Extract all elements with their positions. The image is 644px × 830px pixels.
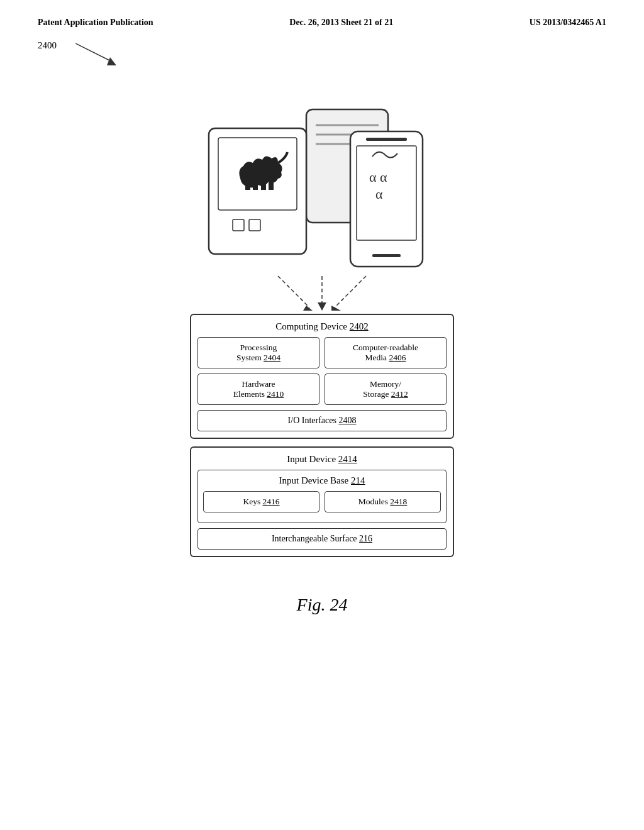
bottom-inner-row: Hardware Elements 2410 Memory/ Storage 2…: [197, 374, 447, 405]
input-device-base-title: Input Device Base 214: [203, 475, 441, 486]
keys-box: Keys 2416: [203, 491, 319, 512]
modules-number: 2418: [390, 497, 407, 506]
header-center: Dec. 26, 2013 Sheet 21 of 21: [289, 18, 393, 28]
computing-device-number: 2402: [350, 321, 369, 331]
svg-line-24: [335, 276, 366, 307]
top-inner-row: Processing System 2404 Computer-readable…: [197, 337, 447, 368]
svg-rect-16: [357, 146, 416, 240]
computer-readable-label: Computer-readable Media: [353, 343, 418, 362]
svg-rect-9: [253, 180, 258, 190]
patent-header: Patent Application Publication Dec. 26, …: [0, 0, 644, 34]
svg-rect-19: [372, 254, 401, 257]
svg-rect-11: [269, 177, 274, 190]
input-device-box: Input Device 2414 Input Device Base 214 …: [190, 446, 454, 557]
left-tablet-icon: [209, 128, 306, 254]
io-interfaces-number: 2408: [338, 416, 356, 425]
svg-line-20: [278, 276, 309, 307]
svg-text:α: α: [375, 186, 383, 202]
svg-rect-13: [249, 219, 260, 231]
input-device-number: 2414: [338, 454, 357, 464]
io-interfaces-label: I/O Interfaces: [288, 416, 339, 425]
label-2400: 2400: [38, 40, 57, 51]
computer-readable-number: 2406: [389, 353, 406, 362]
header-left: Patent Application Publication: [38, 18, 153, 28]
computing-device-label: Computing Device: [275, 321, 349, 331]
figure-caption: Fig. 24: [38, 595, 606, 615]
computing-device-title: Computing Device 2402: [197, 321, 447, 332]
input-device-base-number: 214: [351, 475, 365, 485]
arrow-2400-icon: [75, 43, 126, 69]
input-device-title: Input Device 2414: [197, 454, 447, 465]
processing-system-box: Processing System 2404: [197, 337, 319, 368]
right-phone-icon: α α α: [350, 131, 423, 267]
interchangeable-surface-label: Interchangeable Surface: [272, 534, 359, 543]
hardware-elements-box: Hardware Elements 2410: [197, 374, 319, 405]
svg-text:α α: α α: [369, 169, 387, 185]
input-device-base-box: Input Device Base 214 Keys 2416 Modules …: [197, 470, 447, 523]
keys-label: Keys: [243, 497, 262, 506]
svg-rect-12: [233, 219, 244, 231]
svg-marker-23: [318, 302, 326, 311]
io-interfaces-box: I/O Interfaces 2408: [197, 410, 447, 431]
dashed-arrows-icon: [228, 273, 416, 314]
main-content: 2400: [0, 34, 644, 621]
memory-storage-box: Memory/ Storage 2412: [325, 374, 447, 405]
svg-marker-1: [107, 57, 116, 65]
interchangeable-surface-box: Interchangeable Surface 216: [197, 528, 447, 550]
interchangeable-surface-number: 216: [359, 534, 372, 543]
keys-modules-row: Keys 2416 Modules 2418: [203, 491, 441, 512]
computer-readable-box: Computer-readable Media 2406: [325, 337, 447, 368]
input-device-base-label: Input Device Base: [279, 475, 351, 485]
svg-rect-10: [261, 179, 266, 190]
computing-device-box: Computing Device 2402 Processing System …: [190, 314, 454, 439]
svg-rect-8: [245, 179, 250, 190]
devices-illustration: α α α: [190, 103, 454, 273]
modules-label: Modules: [358, 497, 391, 506]
memory-storage-number: 2412: [391, 389, 408, 399]
figure-caption-text: Fig. 24: [297, 595, 348, 614]
processing-system-number: 2404: [264, 353, 280, 362]
keys-number: 2416: [263, 497, 280, 506]
diagram-container: Computing Device 2402 Processing System …: [190, 314, 454, 557]
modules-box: Modules 2418: [325, 491, 441, 512]
svg-marker-25: [331, 306, 341, 311]
svg-marker-21: [303, 306, 313, 311]
input-device-label: Input Device: [287, 454, 338, 464]
hardware-elements-number: 2410: [267, 389, 284, 399]
svg-rect-15: [366, 138, 407, 141]
svg-line-0: [75, 43, 113, 62]
header-right: US 2013/0342465 A1: [530, 18, 606, 28]
